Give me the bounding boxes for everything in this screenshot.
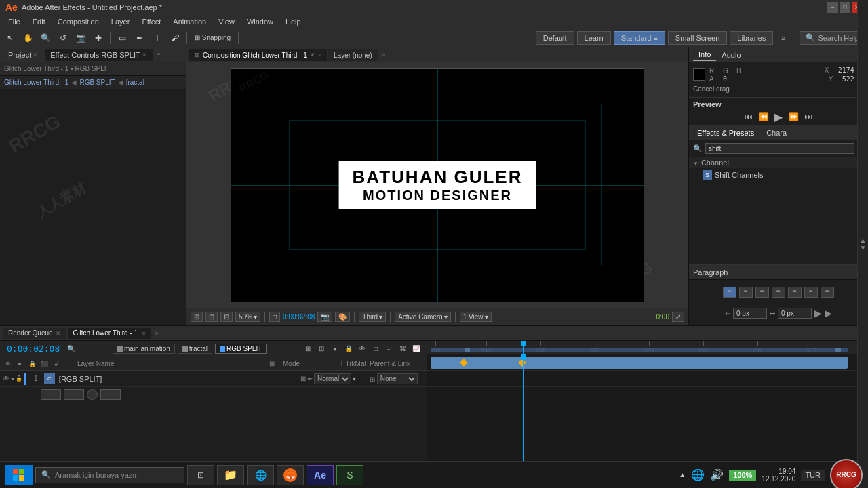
work-area-in[interactable] xyxy=(465,348,470,352)
para-justify-left[interactable]: ≡ xyxy=(772,287,785,298)
preview-skip-back[interactable]: ⏮ xyxy=(742,111,755,122)
search-help[interactable]: 🔍 Search Help xyxy=(800,31,865,45)
taskbar-taskview[interactable]: ⊡ xyxy=(187,465,214,485)
layer-pen-btn[interactable]: ✒ xyxy=(307,375,313,382)
menu-help[interactable]: Help xyxy=(280,16,307,27)
tab-audio[interactable]: Audio xyxy=(716,49,746,60)
vc-transparency[interactable]: ⊟ xyxy=(220,312,233,322)
para-justify-all[interactable]: ≡ xyxy=(821,287,834,298)
tray-up-arrow[interactable]: ▲ xyxy=(679,471,686,479)
comp-mini-tab-fractal[interactable]: fractal xyxy=(178,344,212,354)
effects-tab-label[interactable]: Effects & Presets xyxy=(692,127,760,138)
menu-animation[interactable]: Animation xyxy=(167,16,212,27)
vc-view-preset[interactable]: Third ▾ xyxy=(359,312,386,322)
comp-mini-tab-main[interactable]: main animation xyxy=(113,344,175,354)
preview-step-forward[interactable]: ⏩ xyxy=(787,111,800,122)
layer-lock-btn[interactable]: 🔒 xyxy=(16,375,22,382)
taskbar-aftereffects[interactable]: Ae xyxy=(307,465,334,485)
effects-category-channel[interactable]: Channel xyxy=(689,157,868,168)
workspace-default[interactable]: Default xyxy=(536,31,574,45)
workspace-standard[interactable]: Standard ≡ xyxy=(614,31,665,45)
para-collapse-btn[interactable]: ▶ xyxy=(825,308,832,319)
kf-circle[interactable] xyxy=(87,389,98,400)
tab-info[interactable]: Info xyxy=(693,49,716,61)
toolbar-unified-camera[interactable]: 📷 xyxy=(73,30,88,45)
menu-composition[interactable]: Composition xyxy=(52,16,104,27)
taskbar-explorer[interactable]: 📁 xyxy=(217,465,244,485)
vc-always-preview[interactable]: ⊞ xyxy=(191,312,203,322)
toolbar-rotate-tool[interactable]: ↺ xyxy=(56,30,71,45)
tl-solo[interactable]: ● xyxy=(329,343,341,355)
tl-new-layer[interactable]: ⊞ xyxy=(302,343,314,355)
maximize-button[interactable]: □ xyxy=(840,2,850,13)
tab-project[interactable]: Project ✕ xyxy=(3,49,43,61)
taskbar-sublime[interactable]: S xyxy=(336,465,363,485)
vc-views[interactable]: 1 View ▾ xyxy=(460,312,492,322)
panel-menu-btn[interactable]: ≡ xyxy=(154,51,163,58)
menu-effect[interactable]: Effect xyxy=(136,16,166,27)
tl-lock[interactable]: 🔒 xyxy=(342,343,355,355)
menu-file[interactable]: File xyxy=(3,16,26,27)
effects-item-shift-channels[interactable]: S Shift Channels xyxy=(689,168,868,182)
vc-resolution[interactable]: □ xyxy=(269,312,280,322)
tl-tab-render-queue[interactable]: Render Queue ✕ xyxy=(3,328,66,339)
taskbar-search[interactable]: 🔍 Aramak için buraya yazın xyxy=(35,467,184,483)
menu-edit[interactable]: Edit xyxy=(27,16,51,27)
para-align-center[interactable]: ≡ xyxy=(739,287,753,298)
preview-skip-forward[interactable]: ⏭ xyxy=(802,111,815,122)
breadcrumb-fractal[interactable]: fractal xyxy=(126,79,144,86)
para-indent-right-input[interactable] xyxy=(778,308,812,319)
snapping-btn[interactable]: ⊞ Snapping xyxy=(191,30,234,45)
workspace-more[interactable]: » xyxy=(776,30,791,45)
para-expand-btn[interactable]: ▶ xyxy=(814,308,822,319)
layer-vis-btn[interactable]: 👁 xyxy=(3,375,9,382)
parent-select[interactable]: None xyxy=(377,373,418,384)
kf-box-1[interactable] xyxy=(41,389,61,400)
tray-network[interactable]: 🌐 xyxy=(691,468,705,481)
workspace-learn[interactable]: Learn xyxy=(577,31,611,45)
chara-tab-label[interactable]: Chara xyxy=(761,127,792,138)
kf-box-2[interactable] xyxy=(64,389,84,400)
preview-step-back[interactable]: ⏪ xyxy=(757,111,770,122)
workspace-small-screen[interactable]: Small Screen xyxy=(668,31,727,45)
start-button[interactable] xyxy=(5,465,33,485)
comp-tab-close[interactable]: ✕ xyxy=(310,52,315,58)
breadcrumb-rgb-split[interactable]: RGB SPLIT xyxy=(79,79,115,86)
input-language[interactable]: TUR xyxy=(801,470,825,481)
para-align-right[interactable]: ≡ xyxy=(755,287,769,298)
glitch-tab-menu[interactable]: ≡ xyxy=(142,330,145,337)
tl-tab-glitch[interactable]: Glitch Lower Third - 1 ≡ xyxy=(68,328,151,339)
comp-mini-tab-rgb[interactable]: RGB SPLIT xyxy=(215,344,267,354)
comp-tab-menu[interactable]: ≡ xyxy=(318,52,321,58)
vc-camera[interactable]: Active Camera ▾ xyxy=(395,312,451,322)
tl-motion-blur[interactable]: ≈ xyxy=(383,343,395,355)
comp-tab-layer[interactable]: Layer (none) xyxy=(328,49,378,61)
taskbar-firefox[interactable]: 🦊 xyxy=(277,465,304,485)
para-align-left[interactable]: ≡ xyxy=(723,287,736,298)
toolbar-brush-tool[interactable]: 🖌 xyxy=(167,30,182,45)
breadcrumb-comp[interactable]: Glitch Lower Third - 1 xyxy=(4,79,68,86)
menu-view[interactable]: View xyxy=(213,16,240,27)
work-area-out[interactable] xyxy=(835,348,841,352)
menu-layer[interactable]: Layer xyxy=(106,16,136,27)
kf-box-3[interactable] xyxy=(100,389,121,400)
vc-grid[interactable]: ⊡ xyxy=(205,312,218,322)
taskbar-edge[interactable]: 🌐 xyxy=(247,465,274,485)
para-justify-center[interactable]: ≡ xyxy=(788,287,802,298)
tl-3d[interactable]: □ xyxy=(370,343,382,355)
tl-shy[interactable]: 👁 xyxy=(356,343,368,355)
workspace-libraries[interactable]: Libraries xyxy=(730,31,773,45)
vc-zoom[interactable]: 50% ▾ xyxy=(235,312,260,322)
minimize-button[interactable]: − xyxy=(827,2,838,13)
track-bar-1[interactable] xyxy=(431,357,848,369)
preview-play[interactable]: ▶ xyxy=(772,111,785,122)
comp-tab-more[interactable]: » xyxy=(379,51,389,58)
comp-tab-composition[interactable]: ⊞ Composition Glitch Lower Third - 1 ✕ ≡ xyxy=(189,49,327,61)
toolbar-select-tool[interactable]: ↖ xyxy=(3,30,18,45)
layer-mode-select[interactable]: Normal xyxy=(314,373,351,384)
layer-solo-btn[interactable]: ● xyxy=(11,375,14,382)
tl-frame-blend[interactable]: ⌘ xyxy=(397,343,409,355)
toolbar-mask-tool[interactable]: ▭ xyxy=(115,30,130,45)
toolbar-text-tool[interactable]: T xyxy=(150,30,165,45)
layer-switch-btn[interactable]: ⊞ xyxy=(300,375,306,382)
